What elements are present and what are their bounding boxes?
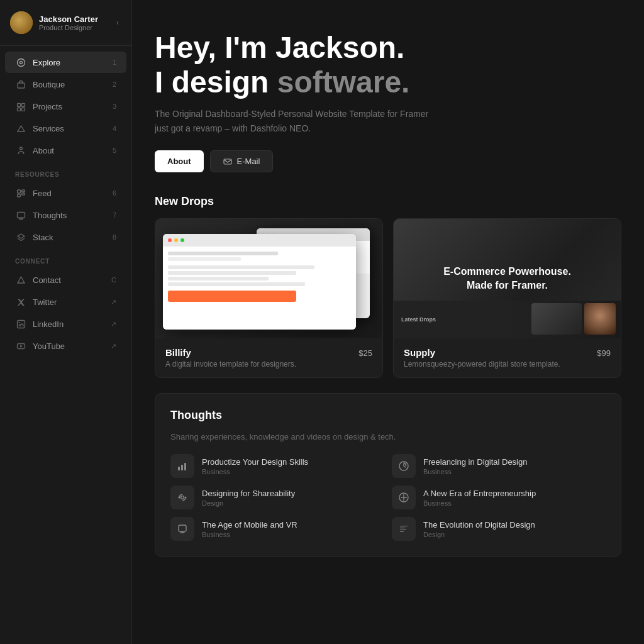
sidebar-item-feed[interactable]: Feed 6 [5, 182, 126, 204]
about-badge: 5 [113, 147, 116, 154]
svg-rect-22 [181, 465, 183, 470]
drops-grid: Billify A digital invoice template for d… [155, 218, 621, 378]
contact-icon [15, 274, 26, 286]
thought-icon-4 [170, 517, 194, 541]
youtube-badge: ↗ [111, 342, 116, 350]
youtube-label: YouTube [33, 341, 111, 351]
thought-icon-0 [170, 454, 194, 478]
sidebar: Jackson Carter Product Designer ‹ Explor… [0, 0, 132, 644]
svg-rect-23 [184, 463, 186, 470]
svg-rect-6 [21, 108, 25, 111]
billify-name: Billify [165, 347, 296, 358]
hero-title: Hey, I'm Jackson. I design software. [155, 30, 621, 99]
sidebar-item-boutique[interactable]: Boutique 2 [5, 74, 126, 95]
boutique-badge: 2 [113, 80, 116, 88]
thought-icon-5 [392, 517, 416, 541]
svg-point-27 [185, 497, 187, 499]
avatar [10, 11, 33, 34]
sidebar-item-thoughts[interactable]: Thoughts 7 [5, 204, 126, 226]
explore-icon [15, 57, 26, 68]
svg-point-26 [179, 497, 180, 499]
thoughts-label: Thoughts [33, 211, 113, 220]
email-icon [223, 157, 232, 166]
explore-label: Explore [33, 58, 113, 67]
stack-icon [15, 231, 26, 243]
svg-rect-8 [17, 190, 20, 193]
thought-item-3[interactable]: A New Era of Entrepreneurship Business [392, 486, 606, 509]
twitter-label: Twitter [33, 297, 111, 307]
hero-title-line1: Hey, I'm Jackson. [155, 31, 404, 64]
svg-rect-12 [17, 212, 25, 218]
supply-latest-drops: Latest Drops [401, 316, 436, 324]
sidebar-item-contact[interactable]: Contact C [5, 269, 126, 291]
svg-point-16 [18, 322, 19, 323]
thought-name-4: The Age of Mobile and VR [202, 520, 297, 530]
thought-icon-3 [392, 486, 416, 509]
drop-card-billify[interactable]: Billify A digital invoice template for d… [155, 218, 383, 378]
email-button[interactable]: E-Mail [210, 150, 274, 172]
sidebar-item-linkedin[interactable]: LinkedIn ↗ [5, 313, 126, 335]
profile-name: Jackson Carter [39, 14, 98, 24]
sidebar-item-youtube[interactable]: YouTube ↗ [5, 335, 126, 357]
thoughts-badge: 7 [113, 211, 116, 219]
thought-item-1[interactable]: Freelancing in Digital Design Business [392, 454, 606, 478]
thoughts-subtitle: Sharing experiences, knowledge and video… [170, 432, 606, 441]
youtube-icon [15, 340, 26, 352]
about-icon [15, 145, 26, 156]
collapse-sidebar-button[interactable]: ‹ [114, 16, 121, 30]
billify-desc: A digital invoice template for designers… [165, 360, 296, 369]
supply-info: Supply Lemonsqueezy-powered digital stor… [394, 338, 621, 377]
services-icon [15, 123, 26, 134]
hero-title-line2-accent: software. [277, 65, 410, 99]
thought-icon-1 [392, 454, 416, 478]
boutique-icon [15, 79, 26, 90]
supply-name: Supply [404, 347, 560, 358]
thought-item-2[interactable]: Designing for Shareability Design [170, 486, 384, 509]
linkedin-icon [15, 318, 26, 330]
projects-label: Projects [33, 102, 113, 111]
twitter-icon [15, 296, 26, 308]
thought-cat-3: Business [423, 499, 536, 507]
thought-cat-2: Design [202, 499, 295, 507]
boutique-label: Boutique [33, 80, 113, 89]
drops-section-title: New Drops [155, 195, 621, 208]
sidebar-item-services[interactable]: Services 4 [5, 118, 126, 139]
svg-rect-31 [179, 525, 186, 531]
explore-badge: 1 [113, 58, 116, 66]
thought-item-5[interactable]: The Evolution of Digital Design Design [392, 517, 606, 541]
sidebar-item-stack[interactable]: Stack 8 [5, 226, 126, 248]
stack-badge: 8 [113, 233, 116, 241]
svg-rect-2 [18, 83, 25, 88]
profile-section: Jackson Carter Product Designer ‹ [0, 0, 131, 46]
sidebar-item-projects[interactable]: Projects 3 [5, 96, 126, 117]
services-label: Services [33, 124, 113, 133]
thought-name-5: The Evolution of Digital Design [423, 520, 535, 530]
thought-cat-5: Design [423, 531, 535, 538]
contact-label: Contact [33, 275, 111, 285]
sidebar-nav: Explore 1 Boutique 2 Pro [0, 46, 131, 644]
drop-card-supply[interactable]: E-Commerce Powerhouse.Made for Framer. L… [393, 218, 621, 378]
sidebar-item-explore[interactable]: Explore 1 [5, 52, 126, 73]
thought-cat-4: Business [202, 531, 297, 538]
thought-icon-2 [170, 486, 194, 509]
main-content: Hey, I'm Jackson. I design software. The… [132, 0, 644, 644]
thought-item-4[interactable]: The Age of Mobile and VR Business [170, 517, 384, 541]
billify-info: Billify A digital invoice template for d… [155, 338, 382, 377]
profile-role: Product Designer [39, 24, 98, 31]
svg-rect-10 [21, 193, 25, 195]
sidebar-item-twitter[interactable]: Twitter ↗ [5, 291, 126, 313]
projects-badge: 3 [113, 103, 116, 110]
linkedin-label: LinkedIn [33, 319, 111, 329]
thought-item-0[interactable]: Productize Your Design Skills Business [170, 454, 384, 478]
feed-badge: 6 [113, 189, 116, 197]
about-button[interactable]: About [155, 150, 204, 172]
svg-rect-11 [17, 194, 20, 197]
contact-badge: C [111, 276, 116, 284]
supply-thumb-text: E-Commerce Powerhouse.Made for Framer. [443, 265, 571, 293]
thought-name-2: Designing for Shareability [202, 489, 295, 498]
sidebar-item-about[interactable]: About 5 [5, 140, 126, 161]
email-button-label: E-Mail [237, 157, 260, 166]
thoughts-section-title: Thoughts [170, 409, 606, 422]
thought-name-3: A New Era of Entrepreneurship [423, 489, 536, 498]
svg-point-25 [181, 496, 184, 499]
